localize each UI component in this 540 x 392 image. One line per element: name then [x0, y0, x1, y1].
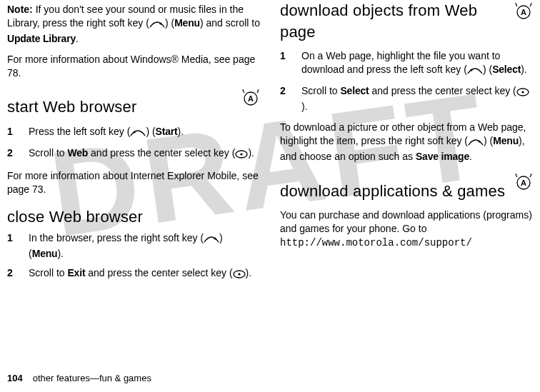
- step-text: Scroll to Exit and press the center sele…: [29, 266, 260, 282]
- menu-label: Menu: [174, 17, 200, 29]
- svg-text:A: A: [248, 94, 254, 103]
- dl-step-2: 2 Scroll to Select and press the center …: [280, 84, 533, 114]
- network-badge-icon: A: [241, 89, 260, 111]
- svg-point-5: [134, 131, 136, 134]
- right-column: download objects from Web page A 1 On a …: [280, 0, 533, 289]
- t: ).: [248, 147, 254, 159]
- right-softkey-icon: [149, 19, 165, 32]
- dl-step-1: 1 On a Web page, highlight the file you …: [280, 49, 533, 79]
- svg-point-15: [471, 69, 473, 71]
- t: ).: [246, 267, 252, 278]
- step-number: 2: [7, 146, 17, 162]
- left-softkey-icon: [130, 127, 146, 141]
- left-softkey-icon: [467, 65, 483, 79]
- menu-label: Menu: [493, 135, 519, 146]
- t: Press the left soft key (: [29, 126, 130, 137]
- svg-point-4: [258, 90, 259, 91]
- t: ).: [521, 64, 527, 75]
- svg-point-13: [515, 3, 516, 4]
- network-badge-icon: A: [514, 3, 533, 25]
- step-text: Scroll to Select and press the center se…: [301, 84, 533, 114]
- footer-section: other features—fun & games: [33, 373, 151, 383]
- svg-point-7: [241, 153, 243, 155]
- close-step-1: 1 In the browser, press the right soft k…: [7, 231, 260, 261]
- right-softkey-icon: [204, 233, 219, 247]
- start-label: Start: [156, 126, 178, 137]
- svg-point-14: [531, 3, 532, 4]
- svg-text:A: A: [521, 179, 526, 187]
- t: Scroll to: [29, 147, 67, 159]
- svg-point-22: [531, 174, 532, 175]
- web-label: Web: [67, 147, 88, 159]
- t: ) (: [484, 135, 493, 146]
- select-label: Select: [492, 64, 521, 75]
- ie-info: For more information about Internet Expl…: [7, 169, 260, 196]
- t: .: [469, 151, 472, 162]
- save-image-label: Save image: [416, 151, 469, 162]
- svg-text:A: A: [521, 8, 526, 16]
- t: ).: [178, 126, 184, 137]
- page-footer: 104other features—fun & games: [7, 372, 151, 385]
- download-objects-heading-row: download objects from Web page A: [280, 0, 533, 46]
- right-softkey-icon: [468, 136, 484, 150]
- step-text: Press the left soft key () (Start).: [29, 125, 260, 141]
- note-text-2: ) (: [165, 17, 174, 29]
- start-browser-heading-row: start Web browser A: [7, 86, 260, 122]
- t: and press the center select key (: [88, 147, 235, 159]
- update-library-label: Update Library: [7, 33, 76, 44]
- note-text-3: ) and scroll to: [200, 17, 260, 29]
- close-browser-steps: 1 In the browser, press the right soft k…: [7, 231, 260, 282]
- download-objects-heading: download objects from Web page: [280, 0, 510, 42]
- start-step-2: 2 Scroll to Web and press the center sel…: [7, 146, 260, 162]
- svg-point-8: [214, 238, 216, 240]
- note-text-4: .: [76, 33, 79, 44]
- step-number: 2: [7, 266, 17, 282]
- download-picture-paragraph: To download a picture or other object fr…: [280, 121, 533, 164]
- page-number: 104: [7, 373, 23, 383]
- t: and press the center select key (: [85, 267, 232, 278]
- step-number: 2: [280, 84, 290, 114]
- step-number: 1: [7, 125, 17, 141]
- left-column: Note: If you don't see your sound or mus…: [7, 0, 260, 289]
- svg-point-18: [479, 141, 481, 143]
- t: ).: [301, 101, 308, 112]
- select-label: Select: [340, 85, 369, 96]
- start-step-1: 1 Press the left soft key () (Start).: [7, 125, 260, 141]
- svg-point-3: [242, 90, 244, 91]
- download-apps-heading: download applications & games: [280, 181, 510, 202]
- t: ) (: [146, 126, 155, 137]
- svg-point-17: [521, 91, 524, 94]
- t: and press the center select key (: [369, 85, 516, 96]
- close-browser-heading: close Web browser: [7, 206, 260, 228]
- svg-point-10: [238, 273, 240, 276]
- t: ) (: [483, 64, 492, 75]
- exit-label: Exit: [67, 267, 85, 278]
- download-apps-paragraph: You can purchase and download applicatio…: [280, 208, 533, 250]
- step-text: Scroll to Web and press the center selec…: [29, 146, 260, 162]
- windows-media-info: For more information about Windows® Medi…: [7, 53, 260, 80]
- download-apps-heading-row: download applications & games A: [280, 171, 533, 206]
- svg-point-21: [515, 174, 516, 175]
- support-url: http://www.motorola.com/support/: [280, 237, 472, 248]
- svg-point-0: [160, 23, 162, 25]
- t: Scroll to: [29, 267, 67, 278]
- step-number: 1: [7, 231, 17, 261]
- download-objects-steps: 1 On a Web page, highlight the file you …: [280, 49, 533, 114]
- center-key-icon: [235, 149, 248, 162]
- t: ).: [57, 248, 64, 259]
- network-badge-icon: A: [514, 174, 533, 196]
- page-content: Note: If you don't see your sound or mus…: [0, 0, 540, 289]
- t: Scroll to: [301, 85, 340, 96]
- t: You can purchase and download applicatio…: [280, 209, 532, 234]
- center-key-icon: [233, 268, 246, 282]
- center-key-icon: [516, 86, 529, 100]
- close-step-2: 2 Scroll to Exit and press the center se…: [7, 266, 260, 282]
- library-note: Note: If you don't see your sound or mus…: [7, 3, 260, 46]
- menu-label: Menu: [32, 248, 58, 259]
- step-number: 1: [280, 49, 290, 79]
- step-text: On a Web page, highlight the file you wa…: [301, 49, 533, 79]
- step-text: In the browser, press the right soft key…: [29, 231, 260, 261]
- note-label: Note:: [7, 4, 33, 15]
- start-browser-steps: 1 Press the left soft key () (Start). 2 …: [7, 125, 260, 162]
- start-browser-heading: start Web browser: [7, 96, 237, 118]
